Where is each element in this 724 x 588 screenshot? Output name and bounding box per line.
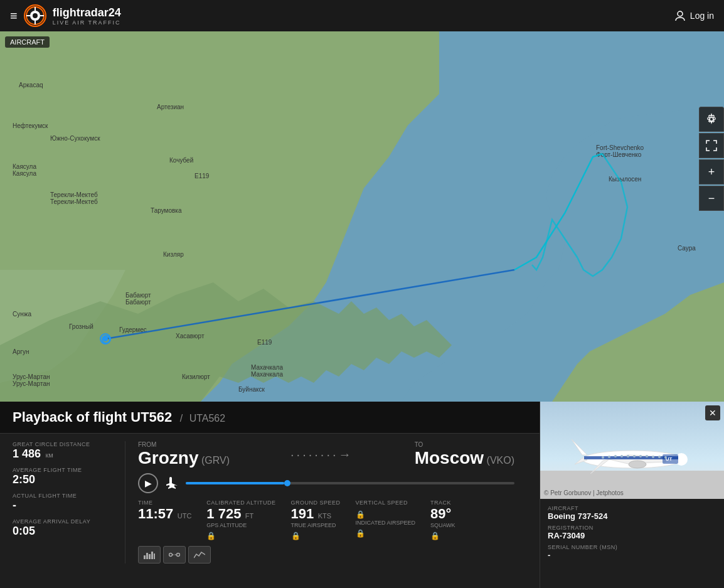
altitude-field: CALIBRATED ALTITUDE 1 725 FT GPS ALTITUD… xyxy=(206,500,275,541)
route-button[interactable] xyxy=(163,546,186,564)
aircraft-photo-bg: UT © Petr Gorbunov | Jetphotos xyxy=(540,402,724,499)
ground-speed-field: GROUND SPEED 191 KTS TRUE AIRSPEED 🔒 xyxy=(291,500,341,541)
airplane-icon xyxy=(164,476,179,491)
logo-name: flightradar24 xyxy=(53,6,121,19)
aft-label: AVERAGE FLIGHT TIME xyxy=(13,467,115,473)
time-field: TIME 11:57 UTC xyxy=(138,500,191,541)
svg-point-34 xyxy=(614,455,617,457)
tas-label: TRUE AIRSPEED xyxy=(291,522,341,528)
minus-icon: − xyxy=(708,192,715,205)
label-arkadag: Аркасаq xyxy=(19,82,43,88)
label-e119-2: Е119 xyxy=(257,339,272,346)
uta-label: UTA562 xyxy=(189,413,226,424)
track-field: TRACK 89° SQUAWK 🔒 xyxy=(430,500,455,541)
gs-unit: KTS xyxy=(318,512,331,520)
from-label: FROM xyxy=(138,441,230,448)
flight-map[interactable]: Аркасаq Артезиан Нефтекумск Южно-Сухокум… xyxy=(0,31,724,402)
alt-value: 1 725 xyxy=(206,506,241,521)
to-code: (VKO) xyxy=(487,455,514,466)
login-button[interactable]: Log in xyxy=(674,9,714,22)
flight-header: Playback of flight UT562 / UTA562 xyxy=(0,402,540,434)
label-kzylosen: Кызылосен xyxy=(609,176,641,183)
svg-point-2 xyxy=(33,13,38,18)
squawk-label: SQUAWK xyxy=(430,522,455,528)
label-kayasula: КаясулаКаясула xyxy=(13,163,36,177)
map-settings-button[interactable] xyxy=(699,107,724,132)
vert-speed-field: VERTICAL SPEED 🔒 INDICATED AIRSPEED 🔒 xyxy=(356,500,415,541)
vs-lock-icon: 🔒 xyxy=(356,510,365,519)
svg-point-37 xyxy=(633,455,636,457)
squawk-lock-icon: 🔒 xyxy=(430,532,440,540)
zoom-in-button[interactable]: + xyxy=(699,159,724,184)
vs-label: VERTICAL SPEED xyxy=(356,500,415,506)
svg-point-36 xyxy=(627,455,629,457)
zoom-out-button[interactable]: − xyxy=(699,186,724,211)
ias-label: INDICATED AIRSPEED xyxy=(356,520,415,526)
svg-rect-13 xyxy=(146,553,148,559)
icon-buttons xyxy=(138,546,514,564)
aircraft-label: AIRCRAFT xyxy=(10,38,45,46)
fullscreen-icon xyxy=(706,140,717,151)
gs-label: GROUND SPEED xyxy=(291,500,341,506)
label-kizilyurt: Кизилюрт xyxy=(182,373,210,380)
bottom-panel: Playback of flight UT562 / UTA562 GREAT … xyxy=(0,402,540,588)
login-label: Log in xyxy=(690,11,714,21)
logo-svg xyxy=(26,6,45,25)
fullscreen-button[interactable] xyxy=(699,133,724,158)
avg-flight-time: AVERAGE FLIGHT TIME 2:50 xyxy=(13,467,115,486)
label-urus: Урус-МартанУрус-Мартан xyxy=(13,373,50,387)
avg-arrival-delay: AVERAGE ARRIVAL DELAY 0:05 xyxy=(13,518,115,538)
registration-value: RA-73049 xyxy=(548,531,716,540)
serial-value: - xyxy=(548,550,716,560)
aircraft-type-label: AIRCRAFT xyxy=(548,505,716,511)
route-icon xyxy=(169,550,180,559)
svg-point-35 xyxy=(620,455,623,457)
label-tarumovka: Тарумовка xyxy=(151,207,181,214)
label-kochubei: Кочубей xyxy=(169,157,193,164)
progress-fill xyxy=(186,482,284,484)
playback-bar: ▶ xyxy=(138,473,514,493)
time-value: 11:57 xyxy=(138,506,173,521)
time-unit: UTC xyxy=(178,512,192,520)
chart-button[interactable] xyxy=(138,546,161,564)
stats-button[interactable] xyxy=(188,546,211,564)
play-button[interactable]: ▶ xyxy=(138,473,158,493)
svg-rect-14 xyxy=(149,554,151,559)
aircraft-panel: UT © Petr Gorbunov | Jetphotos ✕ AIRCRAF… xyxy=(540,402,724,588)
svg-point-11 xyxy=(710,117,713,121)
label-sunzha: Сунжа xyxy=(13,311,31,318)
ias-lock-icon: 🔒 xyxy=(356,529,365,538)
close-button[interactable]: ✕ xyxy=(705,405,720,420)
svg-point-38 xyxy=(639,455,642,457)
grozny-marker xyxy=(102,335,110,344)
aft-value: 2:50 xyxy=(13,473,115,486)
hamburger-menu[interactable]: ≡ xyxy=(10,9,18,23)
logo-sub: LIVE AIR TRAFFIC xyxy=(53,19,121,26)
gps-alt-label: GPS ALTITUDE xyxy=(206,522,275,528)
track-label: TRACK xyxy=(430,500,455,506)
from-code: (GRV) xyxy=(201,455,230,466)
progress-bar[interactable] xyxy=(186,482,514,484)
flight-subtitle: / UTA562 xyxy=(180,413,225,424)
svg-rect-12 xyxy=(144,555,146,559)
actual-flight-time: ACTUAL FLIGHT TIME - xyxy=(13,493,115,512)
logo-text-block: flightradar24 LIVE AIR TRAFFIC xyxy=(53,6,121,26)
label-yuzhno: Южно-Сухокумск xyxy=(50,135,100,142)
svg-point-28 xyxy=(629,461,646,468)
separator: / xyxy=(180,413,183,424)
svg-point-40 xyxy=(652,456,654,458)
registration-label: REGISTRATION xyxy=(548,525,716,531)
label-terekli: Терекли-МектебТерекли-Мектеб xyxy=(50,191,98,205)
map-controls: + − xyxy=(699,107,724,211)
label-neftekumsk: Нефтекумск xyxy=(13,122,48,129)
to-city: Moscow xyxy=(415,448,484,468)
acft-value: - xyxy=(13,499,115,512)
aircraft-type-value: Boeing 737-524 xyxy=(548,511,716,521)
time-label: TIME xyxy=(138,500,191,506)
svg-point-39 xyxy=(646,455,648,457)
progress-dot xyxy=(284,480,290,486)
gear-icon xyxy=(705,113,718,126)
aircraft-details: AIRCRAFT Boeing 737-524 REGISTRATION RA-… xyxy=(540,499,724,570)
label-kizlyar: Кизляр xyxy=(163,251,184,258)
label-gudermes: Гудермес xyxy=(119,326,147,333)
